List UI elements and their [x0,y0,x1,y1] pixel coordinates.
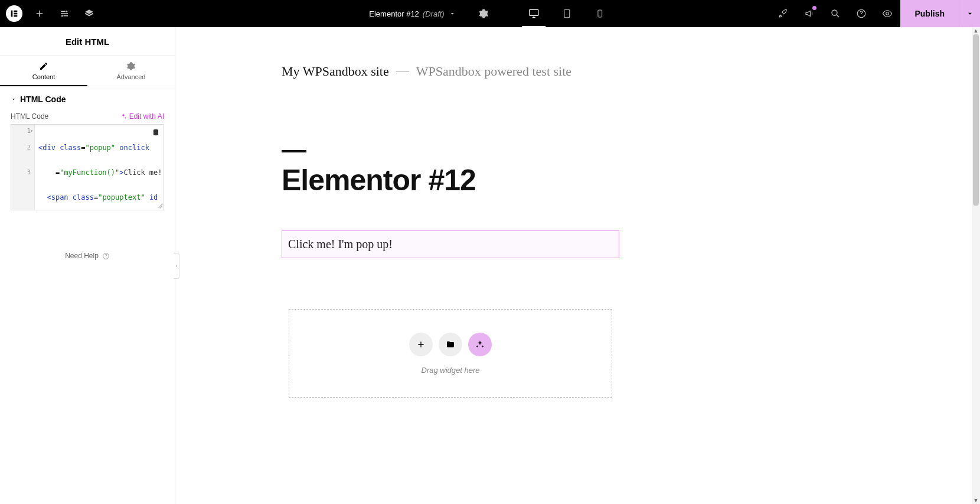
device-tablet-button[interactable] [551,0,584,27]
eye-icon [882,8,893,19]
code-body[interactable]: <div class="popup" onclick ="myFunction(… [35,125,164,210]
chevron-left-icon [174,264,179,268]
tablet-icon [562,8,573,19]
chevron-down-icon [966,9,974,18]
svg-point-4 [66,11,67,12]
svg-point-5 [61,15,63,17]
whats-new-button[interactable] [770,0,796,27]
resize-handle[interactable] [156,203,162,209]
sparkle-icon [475,340,485,349]
responsive-device-group [518,0,617,27]
svg-rect-8 [598,10,602,17]
svg-rect-1 [14,11,17,12]
ai-generate-button[interactable] [468,333,492,356]
topbar-left [0,0,102,27]
tab-advanced-label: Advanced [117,73,146,80]
page-settings-button[interactable] [472,0,496,27]
gutter-line-blank [11,135,31,144]
gutter-line-2: 2 [11,144,31,152]
topbar: Elementor #12 (Draft) [0,0,980,27]
sidebar-title: Edit HTML [0,27,175,56]
document-status: (Draft) [423,9,445,18]
document-title-dropdown[interactable]: Elementor #12 (Draft) [363,9,462,18]
topbar-center: Elementor #12 (Draft) [363,0,616,27]
sliders-icon [59,8,70,19]
rocket-icon [778,8,789,19]
title-rule [282,150,306,152]
gutter-line-blank [11,152,31,160]
help-button[interactable] [848,0,874,27]
site-title-divider [396,71,409,72]
field-label-html-code: HTML Code [11,112,48,121]
drop-zone[interactable]: Drag widget here [289,309,612,398]
notifications-button[interactable] [796,0,822,27]
caret-down-icon [11,96,17,102]
need-help-link[interactable]: Need Help [0,252,175,260]
notification-badge [812,6,816,10]
help-icon [856,8,867,19]
gear-icon [479,8,489,19]
search-icon [830,8,841,19]
layers-icon [84,8,94,19]
sidebar: Edit HTML Content Advanced HTML Code HTM… [0,27,175,504]
preview-button[interactable] [874,0,900,27]
sidebar-tabs: Content Advanced [0,56,175,86]
dynamic-tags-button[interactable] [152,128,160,136]
canvas-wrap: My WPSandbox site WPSandbox powered test… [175,27,980,504]
plus-icon [416,340,426,349]
preview-canvas[interactable]: My WPSandbox site WPSandbox powered test… [175,27,972,398]
elementor-logo-icon [9,9,19,18]
code-gutter: 1 2 3 [11,125,35,210]
html-widget-text: Click me! I'm pop up! [288,238,393,251]
gutter-line-blank [11,160,31,168]
publish-button[interactable]: Publish [900,0,959,27]
elementor-logo-button[interactable] [6,5,22,22]
html-widget-selected[interactable]: Click me! I'm pop up! [282,230,619,258]
tab-content-label: Content [32,73,55,80]
scroll-up-arrow[interactable]: ▲ [972,27,980,34]
scrollbar-thumb[interactable] [973,34,979,206]
need-help-label: Need Help [65,252,99,260]
template-library-button[interactable] [439,333,462,356]
svg-point-11 [886,12,889,15]
mobile-icon [596,9,605,18]
publish-options-button[interactable] [959,0,980,27]
scroll-down-arrow[interactable]: ▼ [972,497,980,504]
main: Edit HTML Content Advanced HTML Code HTM… [0,27,980,504]
svg-rect-0 [11,11,13,17]
collapse-sidebar-button[interactable] [174,253,179,279]
drop-zone-label: Drag widget here [422,366,480,375]
add-element-button[interactable] [27,0,52,27]
edit-with-ai-label: Edit with AI [129,112,164,121]
site-title: My WPSandbox site [282,64,389,79]
device-mobile-button[interactable] [584,0,617,27]
plus-icon [34,8,45,19]
html-code-editor[interactable]: 1 2 3 <div class="popup" onclick ="myFun… [11,124,164,210]
device-desktop-button[interactable] [518,0,551,27]
page-inner: My WPSandbox site WPSandbox powered test… [282,64,624,398]
svg-rect-2 [14,13,17,15]
field-label-row: HTML Code Edit with AI [0,110,175,124]
edit-with-ai-button[interactable]: Edit with AI [120,112,164,121]
site-settings-button[interactable] [52,0,77,27]
preview-scrollbar[interactable]: ▲ ▼ [972,27,980,504]
sparkle-icon [120,113,127,120]
tab-advanced[interactable]: Advanced [87,56,175,86]
svg-rect-6 [530,9,538,15]
site-header: My WPSandbox site WPSandbox powered test… [282,64,624,79]
svg-rect-7 [564,9,570,18]
drop-zone-buttons [409,333,492,356]
structure-button[interactable] [77,0,102,27]
site-tagline: WPSandbox powered test site [416,64,571,79]
topbar-right: Publish [770,0,980,27]
add-section-button[interactable] [409,333,433,356]
section-html-code-header[interactable]: HTML Code [0,86,175,110]
desktop-icon [528,8,540,19]
svg-rect-3 [14,15,17,17]
gutter-line-3: 3 [11,168,31,177]
tab-content[interactable]: Content [0,56,87,86]
help-icon [102,252,110,260]
svg-point-9 [832,10,837,15]
finder-button[interactable] [822,0,848,27]
gear-icon [126,61,136,71]
